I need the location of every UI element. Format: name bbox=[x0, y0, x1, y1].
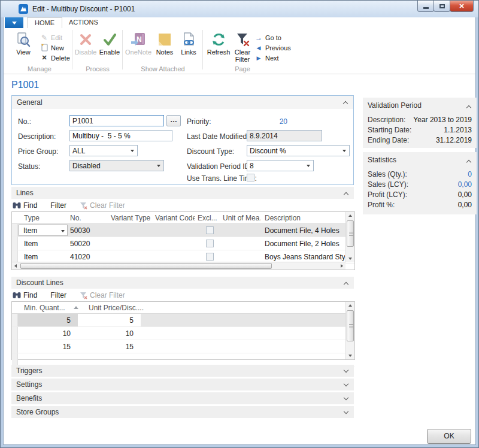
scroll-left-icon[interactable] bbox=[14, 264, 17, 268]
type-cell-select[interactable]: Item bbox=[19, 225, 68, 236]
onenote-button[interactable]: N OneNote bbox=[125, 31, 152, 64]
maximize-button[interactable] bbox=[433, 1, 450, 12]
scrollbar-thumb[interactable] bbox=[347, 220, 354, 247]
tab-actions[interactable]: ACTIONS bbox=[62, 17, 105, 29]
excl-checkbox[interactable] bbox=[206, 226, 214, 234]
column-header[interactable]: Description bbox=[261, 212, 345, 223]
tab-home[interactable]: HOME bbox=[27, 17, 62, 29]
qty-cell[interactable]: 10 bbox=[18, 327, 78, 340]
scrollbar-thumb[interactable] bbox=[347, 310, 354, 341]
excl-checkbox[interactable] bbox=[206, 240, 214, 247]
benefits-section-header[interactable]: Benefits bbox=[11, 392, 354, 404]
close-button[interactable]: ✕ bbox=[450, 1, 474, 12]
scrollbar-thumb[interactable] bbox=[20, 263, 272, 269]
column-header[interactable]: Type bbox=[19, 212, 67, 223]
collapse-icon[interactable] bbox=[344, 282, 348, 287]
no-cell[interactable]: 50030 bbox=[68, 224, 107, 237]
excl-checkbox[interactable] bbox=[206, 253, 214, 261]
next-button[interactable]: ▶ Next bbox=[254, 53, 291, 63]
row-selector[interactable] bbox=[12, 314, 18, 326]
last-date-field[interactable] bbox=[247, 130, 322, 141]
vertical-scrollbar[interactable] bbox=[345, 212, 354, 262]
enable-button[interactable]: Enable bbox=[96, 31, 123, 64]
description-cell[interactable]: Document File, 2 Holes bbox=[261, 237, 345, 250]
use-trans-checkbox[interactable] bbox=[247, 174, 254, 181]
column-header[interactable]: Variant Code bbox=[152, 212, 195, 223]
assist-edit-button[interactable]: … bbox=[166, 115, 181, 126]
expand-icon[interactable] bbox=[344, 382, 348, 386]
expand-icon[interactable] bbox=[344, 368, 348, 373]
price-cell[interactable]: 5 bbox=[78, 314, 141, 326]
row-selector[interactable] bbox=[12, 250, 18, 263]
collapse-icon[interactable] bbox=[344, 192, 348, 197]
column-header[interactable]: Unit of Mea... bbox=[218, 212, 260, 223]
scroll-down-icon[interactable] bbox=[348, 258, 352, 260]
no-field[interactable] bbox=[69, 115, 164, 126]
price-group-select[interactable]: ALL bbox=[69, 145, 138, 156]
discount-lines-header[interactable]: Discount Lines bbox=[11, 277, 354, 289]
clear-filter-button[interactable]: Clear Filter bbox=[229, 31, 256, 64]
description-cell[interactable]: Document File, 4 Holes bbox=[261, 224, 345, 237]
excl-cell[interactable] bbox=[195, 250, 218, 263]
horizontal-scrollbar[interactable] bbox=[12, 262, 345, 270]
triggers-section-header[interactable]: Triggers bbox=[11, 365, 354, 377]
column-header[interactable]: Unit Price/Disc.... bbox=[89, 302, 154, 313]
row-selector[interactable] bbox=[12, 327, 18, 340]
minimize-button[interactable] bbox=[417, 1, 434, 12]
column-header[interactable]: Excl... bbox=[195, 212, 218, 223]
scroll-up-icon[interactable] bbox=[348, 214, 352, 217]
column-header[interactable]: No. bbox=[68, 212, 107, 223]
expand-icon[interactable] bbox=[344, 409, 348, 414]
no-cell[interactable]: 41020 bbox=[68, 250, 107, 263]
row-selector[interactable] bbox=[12, 237, 18, 250]
row-selector[interactable] bbox=[12, 340, 18, 353]
description-field[interactable] bbox=[69, 130, 172, 141]
description-cell[interactable]: Boys Jeans Standard Style bbox=[261, 250, 345, 263]
vertical-scrollbar[interactable] bbox=[345, 302, 354, 359]
qty-cell[interactable]: 5 bbox=[18, 314, 78, 326]
collapse-icon[interactable] bbox=[466, 105, 471, 110]
edit-button[interactable]: ✎ Edit bbox=[40, 32, 70, 43]
delete-button[interactable]: ✕ Delete bbox=[40, 53, 70, 63]
table-row[interactable]: 10 10 bbox=[12, 327, 354, 340]
validation-period-id-select[interactable]: 8 bbox=[247, 160, 314, 171]
expand-icon[interactable] bbox=[344, 395, 348, 400]
no-cell[interactable]: 50020 bbox=[68, 237, 107, 250]
collapse-icon[interactable] bbox=[343, 101, 348, 106]
table-row[interactable]: 15 15 bbox=[12, 340, 354, 353]
new-button[interactable]: New bbox=[40, 43, 70, 53]
filter-button[interactable]: Filter bbox=[50, 201, 66, 210]
table-row[interactable]: 5 5 bbox=[12, 314, 354, 327]
column-header[interactable]: Min. Quant... bbox=[19, 302, 72, 313]
lines-header[interactable]: Lines bbox=[11, 187, 354, 199]
column-header[interactable]: Variant Type bbox=[108, 212, 151, 223]
scroll-down-icon[interactable] bbox=[348, 355, 352, 357]
statistics-title[interactable]: Statistics bbox=[368, 156, 472, 164]
price-cell[interactable]: 10 bbox=[78, 327, 141, 340]
previous-button[interactable]: ◀ Previous bbox=[254, 43, 291, 53]
view-button[interactable]: View bbox=[10, 31, 37, 64]
application-menu-button[interactable] bbox=[5, 17, 23, 28]
find-button[interactable]: Find bbox=[13, 201, 37, 210]
row-selector[interactable] bbox=[12, 224, 18, 237]
filter-button[interactable]: Filter bbox=[50, 291, 66, 299]
ok-button[interactable]: OK bbox=[427, 429, 471, 444]
qty-cell[interactable]: 15 bbox=[18, 340, 78, 353]
settings-section-header[interactable]: Settings bbox=[11, 379, 354, 391]
excl-cell[interactable] bbox=[195, 237, 218, 250]
table-row[interactable]: Item 50020 Document File, 2 Holes bbox=[12, 237, 354, 250]
status-select[interactable]: Disabled bbox=[69, 160, 164, 171]
clear-filter-button[interactable]: Clear Filter bbox=[80, 201, 125, 210]
clear-filter-button[interactable]: Clear Filter bbox=[80, 291, 125, 299]
collapse-icon[interactable] bbox=[466, 160, 471, 165]
discount-type-select[interactable]: Discount % bbox=[247, 145, 350, 156]
table-row[interactable]: Item 50030 Document File, 4 Holes bbox=[12, 224, 354, 237]
excl-cell[interactable] bbox=[195, 224, 218, 237]
scroll-right-icon[interactable] bbox=[341, 264, 343, 268]
price-cell[interactable]: 15 bbox=[78, 340, 141, 353]
type-cell[interactable]: Item bbox=[19, 250, 67, 263]
goto-button[interactable]: → Go to bbox=[254, 32, 291, 43]
validation-period-title[interactable]: Validation Period bbox=[368, 101, 472, 110]
row-selector[interactable] bbox=[12, 353, 18, 366]
links-button[interactable]: Links bbox=[175, 31, 202, 64]
